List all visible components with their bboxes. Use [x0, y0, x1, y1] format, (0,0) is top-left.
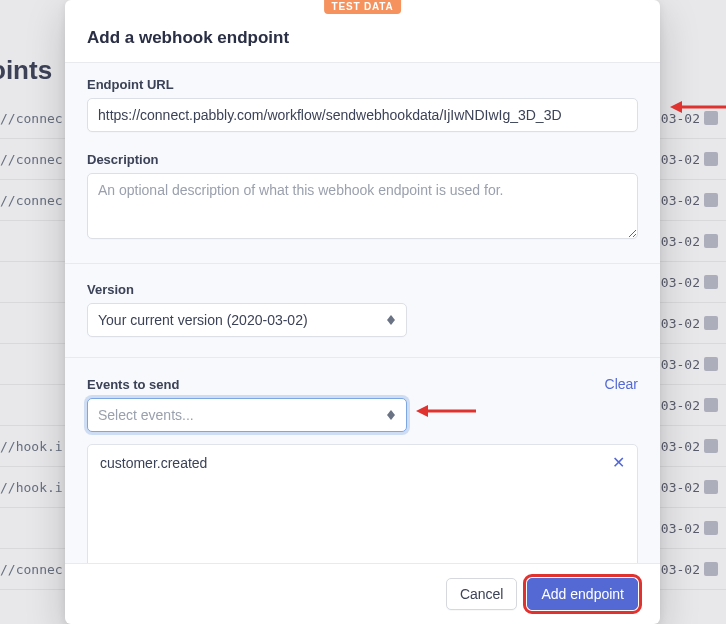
version-label: Version [87, 282, 638, 297]
modal-footer: Cancel Add endpoint [65, 564, 660, 624]
endpoint-url-input[interactable] [87, 98, 638, 132]
version-value: Your current version (2020-03-02) [98, 312, 308, 328]
events-placeholder: Select events... [98, 407, 194, 423]
description-label: Description [87, 152, 638, 167]
divider [65, 263, 660, 264]
description-textarea[interactable] [87, 173, 638, 239]
event-chip: customer.created ✕ [88, 445, 637, 481]
add-endpoint-button[interactable]: Add endpoint [527, 578, 638, 610]
events-select[interactable]: Select events... [87, 398, 407, 432]
description-group: Description [87, 152, 638, 243]
select-updown-icon [386, 315, 396, 325]
modal-title: Add a webhook endpoint [87, 28, 638, 48]
divider [65, 357, 660, 358]
modal-body: Endpoint URL Description Version Your cu… [65, 62, 660, 564]
endpoint-url-group: Endpoint URL [87, 77, 638, 132]
clear-events-link[interactable]: Clear [605, 376, 638, 392]
add-webhook-modal: TEST DATA Add a webhook endpoint Endpoin… [65, 0, 660, 624]
version-group: Version Your current version (2020-03-02… [87, 282, 638, 337]
remove-event-icon[interactable]: ✕ [612, 455, 625, 471]
selected-events-pane: customer.created ✕ [87, 444, 638, 564]
select-updown-icon [386, 410, 396, 420]
version-select[interactable]: Your current version (2020-03-02) [87, 303, 407, 337]
cancel-button[interactable]: Cancel [446, 578, 518, 610]
event-chip-label: customer.created [100, 455, 207, 471]
test-data-badge: TEST DATA [324, 0, 402, 14]
endpoint-url-label: Endpoint URL [87, 77, 638, 92]
events-group: Events to send Clear Select events... cu… [87, 376, 638, 564]
events-label: Events to send [87, 377, 179, 392]
